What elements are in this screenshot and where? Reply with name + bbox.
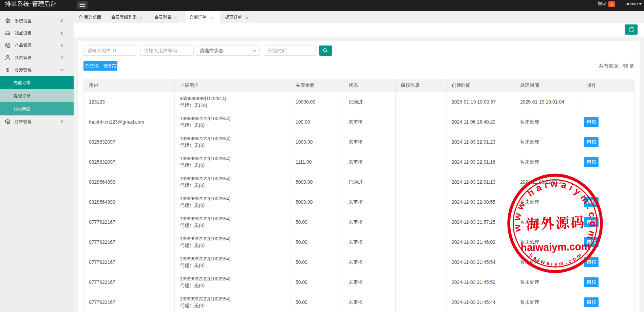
svg-text:$: $ [6,67,9,73]
svg-text:haiwaiym.com: haiwaiym.com [520,240,590,254]
